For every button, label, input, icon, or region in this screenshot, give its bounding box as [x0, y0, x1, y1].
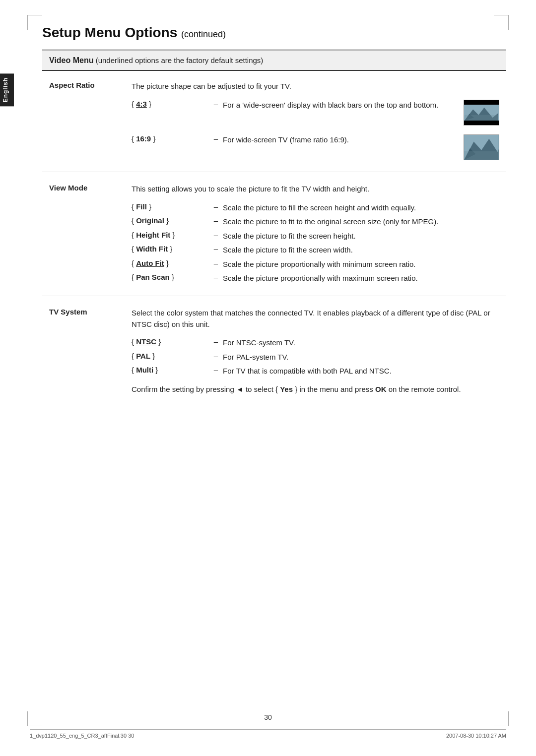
option-height-fit-value: Height Fit — [136, 231, 170, 239]
black-bar-top — [464, 100, 499, 105]
view-mode-section: View Mode This setting allows you to sca… — [42, 174, 506, 296]
page-number: 30 — [264, 713, 272, 721]
aspect-ratio-label-text: Aspect Ratio — [49, 81, 95, 89]
option-43-dash: – — [211, 98, 221, 127]
video-menu-subtitle: (underlined options are the factory defa… — [96, 56, 264, 64]
option-multi: { Multi } – For TV that is compatible wi… — [132, 364, 499, 378]
video-menu-title: Video Menu — [49, 56, 94, 64]
corner-tl-horizontal — [27, 15, 42, 15]
option-43-image — [459, 98, 499, 127]
footer: 1_dvp1120_55_eng_5_CR3_aftFinal.30 30 20… — [30, 729, 506, 739]
option-fill: { Fill } – Scale the picture to fill the… — [132, 201, 499, 215]
video-menu-header: Video Menu (underlined options are the f… — [42, 51, 506, 71]
tv-thumb-43 — [464, 100, 499, 126]
svg-rect-7 — [464, 151, 498, 159]
option-original: { Original } – Scale the picture to fit … — [132, 215, 499, 229]
option-pan-scan-dash: – — [211, 271, 221, 286]
aspect-ratio-section: Aspect Ratio The picture shape can be ad… — [42, 71, 506, 172]
confirm-text: Confirm the setting by pressing ◄ to sel… — [132, 383, 499, 395]
ok-button-label: OK — [375, 385, 387, 393]
option-original-value: Original — [136, 216, 164, 225]
corner-bl-vertical — [27, 711, 28, 726]
view-mode-options: { Fill } – Scale the picture to fill the… — [132, 201, 499, 286]
svg-rect-3 — [465, 115, 498, 120]
option-ntsc-key: { NTSC } — [132, 336, 211, 350]
option-multi-dash: – — [211, 364, 221, 378]
corner-tl-vertical — [27, 15, 28, 30]
option-height-fit-key: { Height Fit } — [132, 229, 211, 244]
tv-thumb-169 — [464, 134, 499, 160]
option-169-image — [459, 133, 499, 162]
option-fill-value: Fill — [136, 202, 147, 211]
option-auto-fit-key: { Auto Fit } — [132, 257, 211, 272]
option-original-desc: Scale the picture to fit to the original… — [221, 215, 499, 229]
option-width-fit-desc: Scale the picture to fit the screen widt… — [221, 243, 499, 257]
spacer-43-169 — [132, 127, 499, 133]
image-area-43 — [464, 105, 499, 121]
option-original-dash: – — [211, 215, 221, 229]
content-table: Aspect Ratio The picture shape can be ad… — [42, 71, 506, 405]
option-ntsc-value: NTSC — [136, 337, 156, 346]
corner-br-vertical — [508, 711, 509, 726]
option-pan-scan-key: { Pan Scan } — [132, 271, 211, 286]
corner-tr-horizontal — [494, 15, 509, 15]
tv-system-label: TV System — [42, 298, 132, 405]
option-height-fit-desc: Scale the picture to fit the screen heig… — [221, 229, 499, 244]
option-169-value: 16:9 — [136, 134, 151, 143]
option-multi-key: { Multi } — [132, 364, 211, 378]
option-43-desc: For a 'wide-screen' display with black b… — [221, 98, 459, 127]
option-width-fit-key: { Width Fit } — [132, 243, 211, 257]
view-mode-label-text: View Mode — [49, 184, 87, 192]
page-title: Setup Menu Options (continued) — [42, 25, 506, 41]
option-fill-desc: Scale the picture to fill the screen hei… — [221, 201, 499, 215]
option-169: { 16:9 } – For wide-screen TV (frame rat… — [132, 133, 499, 162]
option-43: { 4:3 } – For a 'wide-screen' display wi… — [132, 98, 499, 127]
option-multi-desc: For TV that is compatible with both PAL … — [221, 364, 499, 378]
yes-option: Yes — [280, 385, 293, 393]
aspect-ratio-content: The picture shape can be adjusted to fit… — [132, 71, 506, 172]
footer-right: 2007-08-30 10:10:27 AM — [446, 733, 506, 739]
corner-br-horizontal — [494, 726, 509, 726]
option-43-value: 4:3 — [136, 100, 147, 108]
option-169-dash: – — [211, 133, 221, 162]
option-pal-dash: – — [211, 350, 221, 365]
option-multi-value: Multi — [136, 366, 153, 374]
tv-system-content: Select the color system that matches the… — [132, 298, 506, 405]
option-width-fit: { Width Fit } – Scale the picture to fit… — [132, 243, 499, 257]
option-auto-fit: { Auto Fit } – Scale the picture proport… — [132, 257, 499, 272]
main-content: Setup Menu Options (continued) Video Men… — [42, 25, 506, 405]
option-fill-key: { Fill } — [132, 201, 211, 215]
option-43-key: { 4:3 } — [132, 98, 211, 127]
view-mode-desc: This setting allows you to scale the pic… — [132, 184, 499, 195]
option-pan-scan: { Pan Scan } – Scale the picture proport… — [132, 271, 499, 286]
option-width-fit-value: Width Fit — [136, 245, 168, 253]
tv-system-desc: Select the color system that matches the… — [132, 308, 499, 330]
option-original-key: { Original } — [132, 215, 211, 229]
mountain-svg-169 — [464, 135, 499, 160]
tv-system-section: TV System Select the color system that m… — [42, 298, 506, 405]
option-ntsc-desc: For NTSC-system TV. — [221, 336, 499, 350]
option-width-fit-dash: – — [211, 243, 221, 257]
aspect-ratio-desc: The picture shape can be adjusted to fit… — [132, 81, 499, 92]
option-height-fit-dash: – — [211, 229, 221, 244]
corner-tr-vertical — [508, 15, 509, 30]
tv-system-label-text: TV System — [49, 308, 87, 316]
option-169-key: { 16:9 } — [132, 133, 211, 162]
option-pan-scan-value: Pan Scan — [136, 273, 170, 281]
option-169-desc: For wide-screen TV (frame ratio 16:9). — [221, 133, 459, 162]
option-pal-key: { PAL } — [132, 350, 211, 365]
option-height-fit: { Height Fit } – Scale the picture to fi… — [132, 229, 499, 244]
tv-system-options: { NTSC } – For NTSC-system TV. { PAL } –… — [132, 336, 499, 378]
option-ntsc: { NTSC } – For NTSC-system TV. — [132, 336, 499, 350]
view-mode-label: View Mode — [42, 174, 132, 296]
aspect-ratio-label: Aspect Ratio — [42, 71, 132, 172]
black-bar-bottom — [464, 121, 499, 125]
option-pan-scan-desc: Scale the picture proportionally with ma… — [221, 271, 499, 286]
option-pal-value: PAL — [136, 352, 150, 360]
option-auto-fit-desc: Scale the picture proportionally with mi… — [221, 257, 499, 272]
option-pal-desc: For PAL-system TV. — [221, 350, 499, 365]
option-ntsc-dash: – — [211, 336, 221, 350]
continued-word: continued — [184, 29, 223, 39]
option-auto-fit-dash: – — [211, 257, 221, 272]
footer-left: 1_dvp1120_55_eng_5_CR3_aftFinal.30 30 — [30, 733, 134, 739]
